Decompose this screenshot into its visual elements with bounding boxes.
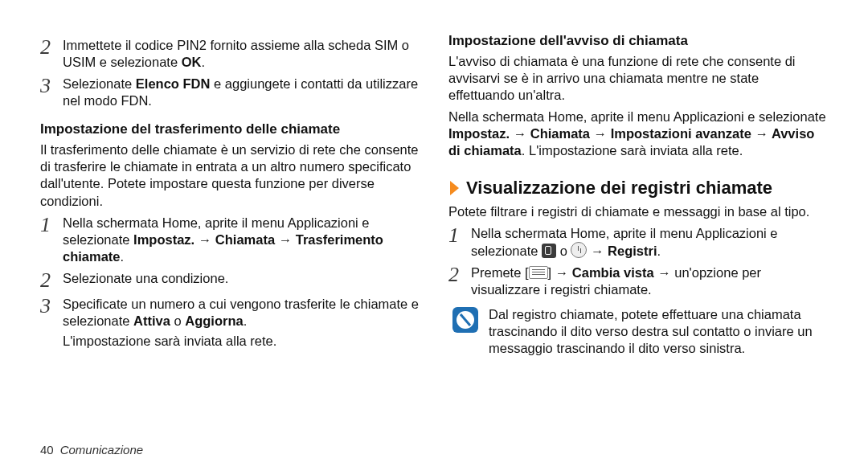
text: .	[657, 244, 661, 258]
r-step-1: 1 Nella schermata Home, aprite il menu A…	[448, 225, 828, 260]
text: →	[587, 244, 608, 258]
section-title: Visualizzazione dei registri chiamate	[466, 177, 772, 199]
footer: 40Comunicazione	[40, 443, 143, 457]
note: Dal registro chiamate, potete effettuare…	[452, 306, 828, 357]
text: .	[244, 313, 248, 328]
step-number-3: 3	[40, 296, 63, 330]
footer-section: Comunicazione	[60, 443, 143, 457]
body-trasferimento: Il trasferimento delle chiamate è un ser…	[40, 141, 420, 209]
step-2-body: Immettete il codice PIN2 fornito assieme…	[63, 37, 420, 71]
left-column: 2 Immettete il codice PIN2 fornito assie…	[40, 32, 434, 455]
t-step-3: 3 Specificate un numero a cui vengono tr…	[40, 296, 420, 330]
chevron-icon	[448, 179, 461, 197]
phone-icon	[542, 244, 556, 258]
step-3: 3 Selezionate Elenco FDN e aggiungete i …	[40, 76, 420, 109]
bold-elenco-fdn: Elenco FDN	[136, 76, 211, 91]
r-step-2: 2 Premete [] → Cambia vista → un'opzione…	[448, 264, 828, 298]
t-step-1-body: Nella schermata Home, aprite il menu App…	[63, 215, 420, 265]
t-step-1: 1 Nella schermata Home, aprite il menu A…	[40, 215, 420, 265]
r-step-2-body: Premete [] → Cambia vista → un'opzione p…	[471, 264, 828, 298]
page: 2 Immettete il codice PIN2 fornito assie…	[0, 0, 868, 471]
t-step-3-body: Specificate un numero a cui vengono tras…	[63, 296, 420, 330]
step-number-1: 1	[448, 225, 471, 260]
t-step-2-body: Selezionate una condizione.	[63, 270, 420, 291]
section-heading-registri: Visualizzazione dei registri chiamate	[448, 177, 828, 199]
note-text: Dal registro chiamate, potete effettuare…	[489, 306, 828, 357]
text: . L'impostazione sarà inviata alla rete.	[522, 143, 743, 158]
note-icon	[452, 306, 479, 334]
body-avviso-1: L'avviso di chiamata è una funzione di r…	[448, 53, 828, 104]
bold-cambia-vista: Cambia vista	[572, 265, 654, 280]
subheading-avviso: Impostazione dell'avviso di chiamata	[448, 32, 828, 50]
text: o	[556, 244, 571, 258]
text: o	[170, 313, 185, 328]
step-number-3: 3	[40, 76, 63, 109]
step-number-2: 2	[448, 264, 471, 298]
menu-icon	[529, 266, 548, 279]
t-step-3-after: L'impostazione sarà inviata alla rete.	[63, 333, 420, 350]
text: Selezionate	[63, 76, 136, 91]
step-number-2: 2	[40, 37, 63, 71]
bold-ok: OK	[182, 55, 202, 69]
step-3-body: Selezionate Elenco FDN e aggiungete i co…	[63, 76, 420, 109]
bold-registri: Registri	[608, 244, 657, 258]
body-registri: Potete filtrare i registri di chiamate e…	[448, 203, 828, 220]
step-2: 2 Immettete il codice PIN2 fornito assie…	[40, 37, 420, 71]
r-step-1-body: Nella schermata Home, aprite il menu App…	[471, 225, 828, 260]
page-number: 40	[40, 443, 54, 457]
right-column: Impostazione dell'avviso di chiamata L'a…	[434, 32, 828, 455]
step-number-1: 1	[40, 215, 63, 265]
bold-attiva: Attiva	[133, 313, 170, 328]
text: Immettete il codice PIN2 fornito assieme…	[63, 38, 409, 69]
text: .	[201, 55, 205, 69]
bold-aggiorna: Aggiorna	[185, 313, 243, 328]
text: .	[121, 249, 125, 264]
clock-icon	[571, 242, 587, 258]
t-step-2: 2 Selezionate una condizione.	[40, 270, 420, 291]
body-avviso-2: Nella schermata Home, aprite il menu App…	[448, 109, 828, 159]
subheading-trasferimento: Impostazione del trasferimento delle chi…	[40, 121, 420, 138]
step-number-2: 2	[40, 270, 63, 291]
text: ] →	[548, 265, 572, 280]
text: Premete [	[471, 265, 529, 280]
text: Nella schermata Home, aprite il menu App…	[448, 109, 826, 124]
